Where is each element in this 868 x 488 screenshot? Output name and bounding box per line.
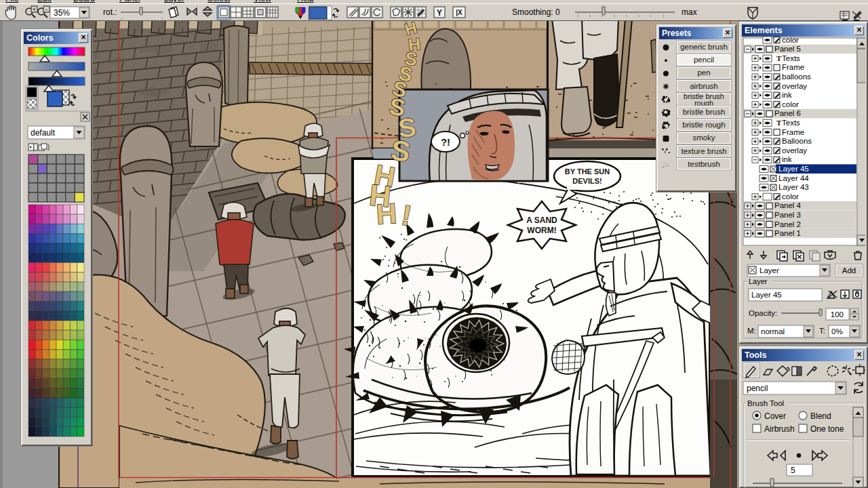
svg-text:bristle rough: bristle rough [682,121,725,129]
svg-text:balloons: balloons [782,73,811,81]
svg-text:Layer 45: Layer 45 [751,291,782,299]
svg-text:Smoothing: 0: Smoothing: 0 [512,7,560,17]
svg-text:texture brush: texture brush [681,147,726,155]
svg-text:ink: ink [782,91,792,99]
svg-text:Panel 2: Panel 2 [774,220,801,228]
svg-text:airbrush: airbrush [690,82,718,90]
svg-text:Texts: Texts [782,119,800,127]
svg-text:Layer 43: Layer 43 [778,183,809,191]
svg-text:Frame: Frame [782,128,804,136]
svg-text:Panel 1: Panel 1 [774,229,801,237]
svg-text:DEVILS!: DEVILS! [572,177,601,185]
svg-text:BY THE SUN: BY THE SUN [565,167,610,176]
svg-text:Frame: Frame [782,63,804,71]
svg-text:color: color [782,100,799,108]
svg-text:+: + [33,6,36,13]
svg-text:Layer 45: Layer 45 [778,165,809,173]
svg-text:Opacity:: Opacity: [749,309,777,317]
svg-text:One tone: One tone [810,424,844,434]
svg-text:ink: ink [782,155,792,163]
svg-text:smoky: smoky [692,134,715,142]
svg-text:0%: 0% [831,327,843,336]
svg-text:pencil: pencil [747,384,768,393]
svg-text:pen: pen [697,68,710,77]
svg-text:T:: T: [819,327,825,335]
svg-text:M:: M: [747,327,756,335]
svg-text:,: , [161,14,163,20]
svg-text:generic brush: generic brush [680,43,728,51]
svg-text:max: max [682,7,697,17]
svg-text:default: default [31,128,56,138]
svg-text:Layer 44: Layer 44 [778,174,809,182]
svg-text:Panel 5: Panel 5 [774,45,801,53]
svg-text:H: H [375,197,398,230]
svg-text:Panel 4: Panel 4 [774,201,802,209]
svg-text:,: , [121,14,122,20]
svg-text:|X: |X [456,9,462,16]
svg-text:overlay: overlay [782,146,807,155]
svg-text:T: T [776,119,782,127]
svg-text:Layer: Layer [760,266,779,274]
svg-text:overlay: overlay [782,82,807,90]
svg-text:Panel 3: Panel 3 [774,211,801,219]
svg-text:A SAND: A SAND [526,216,557,225]
svg-text:Cover: Cover [764,411,786,421]
svg-text:bristle brush: bristle brush [683,108,726,116]
svg-text:WORM!: WORM! [527,226,556,235]
svg-text:color: color [782,37,799,44]
svg-text:testbrush: testbrush [688,160,719,168]
svg-text:Balloons: Balloons [782,137,812,145]
svg-text:Airbrush: Airbrush [764,424,795,434]
svg-text:rot.:: rot.: [103,7,117,17]
svg-text:T: T [776,54,782,62]
svg-text:Panel 6: Panel 6 [774,109,801,117]
svg-text:color: color [782,192,799,201]
svg-text:normal: normal [761,327,785,336]
svg-text:pencil: pencil [694,56,714,64]
svg-text:Blend: Blend [810,411,831,421]
svg-text:Y: Y [437,8,442,18]
svg-text:5: 5 [791,466,795,475]
svg-text:35%: 35% [54,8,70,18]
svg-text:100: 100 [831,310,844,319]
svg-text:?!: ?! [441,136,450,148]
svg-text:Add: Add [842,266,856,274]
svg-text:Layer: Layer [749,277,768,285]
svg-text:Texts: Texts [782,54,800,62]
svg-text:Brush Tool: Brush Tool [747,399,784,407]
svg-text:-: - [45,6,47,13]
